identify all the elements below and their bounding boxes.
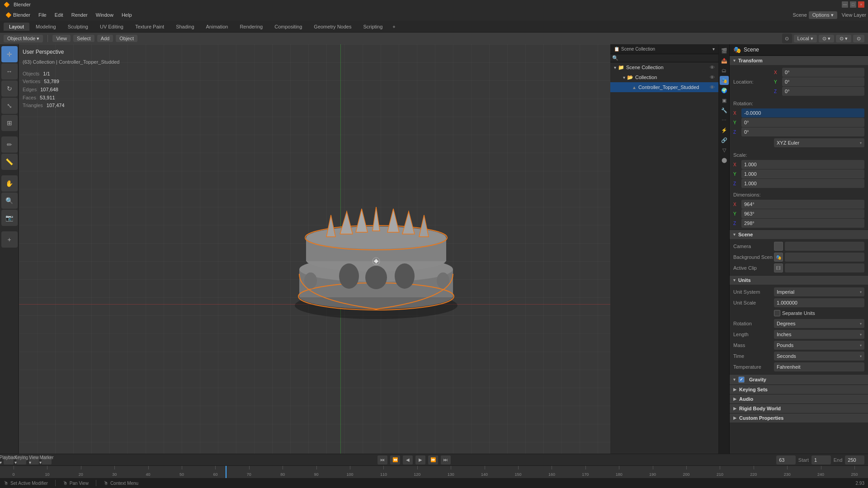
- scale-z-input[interactable]: 1.000: [741, 179, 864, 188]
- rotation-z-input[interactable]: 0°: [741, 127, 864, 136]
- view-dropdown[interactable]: View ▾: [29, 455, 39, 465]
- current-frame-input[interactable]: 63: [776, 455, 796, 465]
- dim-y-input[interactable]: 963°: [741, 209, 864, 218]
- view-menu[interactable]: View: [52, 35, 71, 42]
- time-dropdown[interactable]: Seconds ▾: [774, 352, 864, 361]
- prop-tab-world[interactable]: 🌍: [720, 86, 729, 95]
- tab-layout[interactable]: Layout: [4, 23, 29, 31]
- tool-transform[interactable]: ⊞: [1, 115, 18, 131]
- tab-rendering[interactable]: Rendering: [234, 23, 268, 31]
- prop-tab-view-layer[interactable]: 🗂: [720, 66, 729, 75]
- tab-sculpting[interactable]: Sculpting: [62, 23, 94, 31]
- tool-move[interactable]: ↔: [1, 63, 18, 80]
- viewport-shading-icon[interactable]: ⊙: [782, 33, 792, 43]
- tool-nav[interactable]: 🔍: [1, 192, 18, 209]
- rotation-y-input[interactable]: 0°: [741, 118, 864, 127]
- jump-start-btn[interactable]: ⏮: [377, 455, 387, 465]
- active-clip-value[interactable]: [785, 263, 864, 272]
- tab-modeling[interactable]: Modeling: [30, 23, 61, 31]
- tab-scripting[interactable]: Scripting: [358, 23, 388, 31]
- outliner-search-input[interactable]: [618, 56, 717, 61]
- outliner-filter-icon[interactable]: ▾: [712, 47, 715, 52]
- prop-tab-object[interactable]: ▣: [720, 96, 729, 105]
- temperature-value[interactable]: Fahrenheit: [774, 362, 864, 371]
- jump-end-btn[interactable]: ⏭: [441, 455, 451, 465]
- start-frame-input[interactable]: 1: [811, 455, 831, 465]
- transform-pivot-dropdown[interactable]: ⊙ ▾: [819, 35, 834, 42]
- audio-header[interactable]: ▶ Audio: [730, 394, 868, 404]
- menu-help[interactable]: Help: [118, 11, 136, 19]
- unit-scale-value[interactable]: 1.000000: [774, 298, 864, 307]
- minimize-button[interactable]: —: [842, 1, 848, 8]
- timeline-playhead[interactable]: [226, 466, 226, 479]
- playback-dropdown[interactable]: Playback ▾: [4, 455, 14, 465]
- location-x-input[interactable]: 0°: [782, 68, 864, 77]
- dim-x-input[interactable]: 964°: [741, 200, 864, 209]
- prop-tab-particles[interactable]: ⋯: [720, 116, 729, 125]
- menu-blender[interactable]: 🔶 Blender: [2, 11, 34, 19]
- tab-compositing[interactable]: Compositing: [269, 23, 307, 31]
- outliner-item-scene-collection[interactable]: ▾ 📁 Scene Collection 👁: [610, 62, 718, 72]
- length-dropdown[interactable]: Inches ▾: [774, 330, 864, 339]
- next-keyframe-btn[interactable]: ⏩: [428, 455, 438, 465]
- prop-tab-data[interactable]: ▽: [720, 145, 729, 155]
- rotation-mode-dropdown[interactable]: XYZ Euler ▾: [774, 138, 864, 147]
- maximize-button[interactable]: □: [850, 1, 856, 8]
- snap-dropdown[interactable]: ⊙ ▾: [836, 35, 851, 42]
- select-menu[interactable]: Select: [73, 35, 94, 42]
- prop-tab-output[interactable]: 📤: [720, 56, 729, 65]
- menu-edit[interactable]: Edit: [51, 11, 67, 19]
- gravity-section-header[interactable]: ▾ ✓ Gravity: [730, 374, 868, 385]
- tool-camera[interactable]: 📷: [1, 210, 18, 226]
- menu-render[interactable]: Render: [68, 11, 91, 19]
- rotation-unit-dropdown[interactable]: Degrees ▾: [774, 319, 864, 328]
- prop-tab-scene[interactable]: 🎭: [720, 76, 729, 85]
- prop-tab-modifiers[interactable]: 🔧: [720, 106, 729, 115]
- proportional-edit-btn[interactable]: ⊙: [853, 35, 864, 42]
- object-mode-dropdown[interactable]: Object Mode ▾: [4, 35, 43, 42]
- rigid-body-world-header[interactable]: ▶ Rigid Body World: [730, 404, 868, 413]
- tool-cursor[interactable]: ✛: [1, 46, 18, 62]
- dim-z-input[interactable]: 298°: [741, 219, 864, 228]
- keying-sets-header[interactable]: ▶ Keying Sets: [730, 385, 868, 394]
- prop-tab-render[interactable]: 🎬: [720, 46, 729, 55]
- camera-value[interactable]: [785, 242, 864, 251]
- transform-orientation-dropdown[interactable]: Local ▾: [794, 35, 817, 42]
- keying-dropdown[interactable]: Keying ▾: [16, 455, 26, 465]
- outliner-item-controller[interactable]: ▲ Controller_Topper_Studded 👁: [610, 82, 718, 92]
- bg-scene-value[interactable]: [785, 253, 864, 262]
- tab-uv-editing[interactable]: UV Editing: [94, 23, 129, 31]
- options-button[interactable]: Options ▾: [809, 11, 837, 19]
- prop-tab-physics[interactable]: ⚡: [720, 126, 729, 135]
- 3d-object[interactable]: [286, 197, 467, 324]
- tool-pan[interactable]: ✋: [1, 175, 18, 192]
- separate-units-checkbox[interactable]: [774, 310, 780, 316]
- scale-x-input[interactable]: 1.000: [741, 160, 864, 169]
- tool-add[interactable]: +: [1, 231, 18, 248]
- tab-animation[interactable]: Animation: [201, 23, 234, 31]
- menu-file[interactable]: File: [35, 11, 50, 19]
- marker-dropdown[interactable]: Marker ▾: [42, 455, 52, 465]
- active-clip-swatch[interactable]: 🎞: [774, 263, 783, 272]
- transform-section-header[interactable]: ▾ Transform: [730, 56, 868, 65]
- menu-window[interactable]: Window: [92, 11, 117, 19]
- tool-scale[interactable]: ⤡: [1, 98, 18, 114]
- timeline-ruler[interactable]: 0102030405060708090100110120130140150160…: [0, 466, 868, 479]
- mass-dropdown[interactable]: Pounds ▾: [774, 341, 864, 350]
- tool-rotate[interactable]: ↻: [1, 80, 18, 97]
- window-controls[interactable]: — □ ×: [842, 1, 864, 8]
- custom-properties-header[interactable]: ▶ Custom Properties: [730, 413, 868, 422]
- gravity-checkbox[interactable]: ✓: [738, 376, 745, 383]
- location-y-input[interactable]: 0°: [782, 77, 864, 86]
- tab-geometry-nodes[interactable]: Geometry Nodes: [308, 23, 357, 31]
- object-menu[interactable]: Object: [116, 35, 137, 42]
- outliner-item-collection[interactable]: ▾ 📂 Collection 👁: [610, 72, 718, 82]
- units-section-header[interactable]: ▾ Units: [730, 275, 868, 285]
- camera-color-swatch[interactable]: [774, 242, 783, 251]
- tool-measure[interactable]: 📏: [1, 154, 18, 170]
- add-menu[interactable]: Add: [97, 35, 113, 42]
- play-reverse-btn[interactable]: ◀: [403, 455, 413, 465]
- play-btn[interactable]: ▶: [415, 455, 425, 465]
- add-workspace-button[interactable]: +: [389, 23, 399, 31]
- bg-scene-swatch[interactable]: 🎭: [774, 253, 783, 262]
